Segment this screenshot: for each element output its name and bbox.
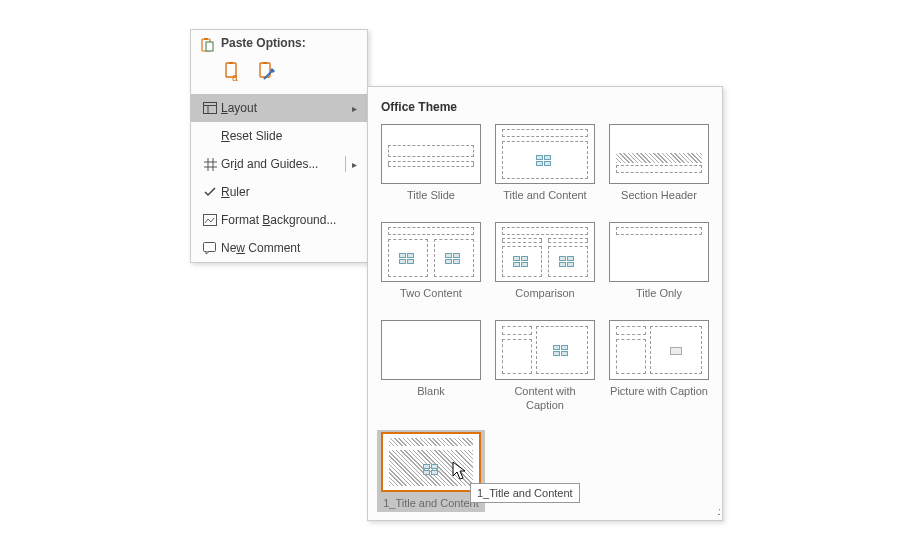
layout-thumb	[381, 222, 481, 282]
layout-thumb	[495, 320, 595, 380]
layout-flyout-title: Office Theme	[379, 97, 711, 124]
svg-rect-1	[204, 38, 208, 40]
layout-option-comparison[interactable]: Comparison	[493, 222, 597, 300]
layout-caption: Section Header	[621, 189, 697, 202]
layout-caption: 1_Title and Content	[383, 497, 479, 510]
menu-item-grid-label: Grid and Guides...	[221, 157, 345, 171]
svg-rect-2	[206, 42, 213, 51]
paste-options-title: Paste Options:	[221, 36, 306, 50]
svg-rect-7	[263, 62, 267, 64]
paste-options-header: Paste Options:	[191, 30, 367, 54]
menu-item-ruler[interactable]: Ruler	[191, 178, 367, 206]
menu-item-new-comment-label: New Comment	[221, 241, 359, 255]
context-menu: Paste Options: a Layout ▸ Reset Slide Gr…	[190, 29, 368, 263]
layout-option-title-and-content[interactable]: Title and Content	[493, 124, 597, 202]
paste-options-icons: a	[191, 54, 367, 94]
layout-grid: Title Slide Title and Content Section He…	[379, 124, 711, 510]
menu-item-format-background[interactable]: Format Background...	[191, 206, 367, 234]
layout-caption: Comparison	[515, 287, 574, 300]
layout-caption: Title Only	[636, 287, 682, 300]
layout-thumb	[381, 320, 481, 380]
menu-item-new-comment[interactable]: New Comment	[191, 234, 367, 262]
layout-caption: Picture with Caption	[610, 385, 708, 398]
layout-thumb	[609, 320, 709, 380]
layout-option-section-header[interactable]: Section Header	[607, 124, 711, 202]
layout-flyout: Office Theme Title Slide Title and Conte…	[367, 86, 723, 521]
layout-thumb	[495, 124, 595, 184]
svg-rect-8	[204, 103, 217, 114]
layout-option-content-with-caption[interactable]: Content with Caption	[493, 320, 597, 411]
menu-item-reset-slide[interactable]: Reset Slide	[191, 122, 367, 150]
svg-rect-4	[229, 62, 233, 64]
layout-caption: Two Content	[400, 287, 462, 300]
svg-rect-11	[204, 215, 217, 226]
layout-thumb	[609, 124, 709, 184]
layout-thumb	[381, 432, 481, 492]
paste-clipboard-icon	[199, 37, 215, 56]
svg-text:a: a	[232, 72, 238, 83]
menu-item-grid-guides[interactable]: Grid and Guides... ▸	[191, 150, 367, 178]
layout-option-two-content[interactable]: Two Content	[379, 222, 483, 300]
layout-caption: Title Slide	[407, 189, 455, 202]
layout-option-1-title-and-content[interactable]: 1_Title and Content	[377, 430, 485, 512]
grid-icon	[199, 158, 221, 171]
menu-item-reset-label: Reset Slide	[221, 129, 359, 143]
check-icon	[199, 187, 221, 197]
layout-option-title-only[interactable]: Title Only	[607, 222, 711, 300]
comment-icon	[199, 242, 221, 255]
layout-thumb	[495, 222, 595, 282]
chevron-right-icon: ▸	[352, 103, 359, 114]
layout-thumb	[609, 222, 709, 282]
layout-option-picture-with-caption[interactable]: Picture with Caption	[607, 320, 711, 411]
layout-icon	[199, 102, 221, 114]
paste-option-use-destination-icon[interactable]	[255, 60, 279, 84]
layout-caption: Title and Content	[503, 189, 586, 202]
menu-item-layout-label: Layout	[221, 101, 352, 115]
menu-item-layout[interactable]: Layout ▸	[191, 94, 367, 122]
menu-item-ruler-label: Ruler	[221, 185, 359, 199]
svg-rect-12	[204, 242, 216, 251]
layout-caption: Content with Caption	[495, 385, 595, 411]
layout-caption: Blank	[417, 385, 445, 398]
resize-grip-icon[interactable]: .:	[717, 505, 719, 517]
layout-tooltip: 1_Title and Content	[470, 483, 580, 503]
layout-option-blank[interactable]: Blank	[379, 320, 483, 411]
menu-item-format-bg-label: Format Background...	[221, 213, 359, 227]
paste-option-keep-source-icon[interactable]: a	[221, 60, 245, 84]
chevron-right-icon: ▸	[345, 156, 359, 172]
layout-thumb	[381, 124, 481, 184]
format-background-icon	[199, 214, 221, 226]
layout-option-title-slide[interactable]: Title Slide	[379, 124, 483, 202]
